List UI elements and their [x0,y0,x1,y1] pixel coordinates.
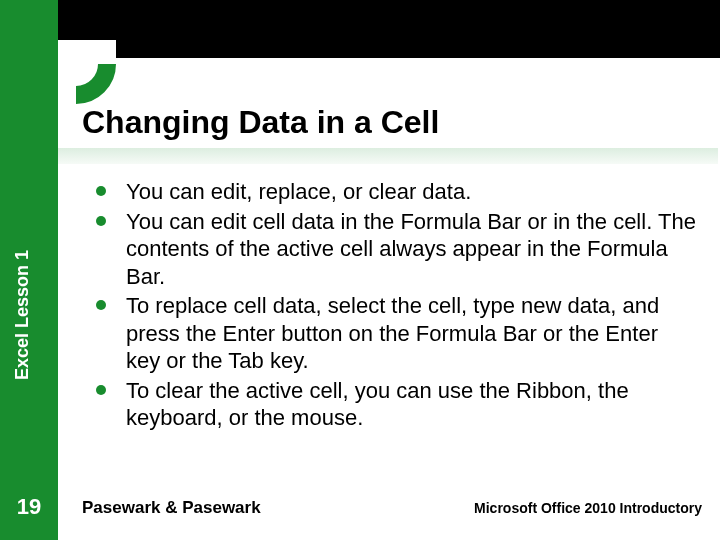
bullet-text: You can edit, replace, or clear data. [126,179,471,204]
list-item: You can edit cell data in the Formula Ba… [90,208,698,291]
slide: Excel Lesson 1 19 Changing Data in a Cel… [0,0,720,540]
footer-right: Microsoft Office 2010 Introductory [474,500,702,516]
bullet-text: To clear the active cell, you can use th… [126,378,629,431]
bullet-icon [96,385,106,395]
title-underline [58,148,718,164]
content-area: You can edit, replace, or clear data. Yo… [90,178,698,434]
list-item: To clear the active cell, you can use th… [90,377,698,432]
bullet-icon [96,300,106,310]
bullet-text: To replace cell data, select the cell, t… [126,293,659,373]
bullet-text: You can edit cell data in the Formula Ba… [126,209,696,289]
footer-left: Pasewark & Pasewark [82,498,261,518]
bullet-icon [96,186,106,196]
bullet-icon [96,216,106,226]
footer: Pasewark & Pasewark Microsoft Office 201… [82,498,702,518]
sidebar-label: Excel Lesson 1 [12,250,33,380]
slide-title: Changing Data in a Cell [82,104,439,141]
bullet-list: You can edit, replace, or clear data. Yo… [90,178,698,432]
slide-number: 19 [0,494,58,520]
list-item: You can edit, replace, or clear data. [90,178,698,206]
list-item: To replace cell data, select the cell, t… [90,292,698,375]
corner-accent [58,40,116,98]
